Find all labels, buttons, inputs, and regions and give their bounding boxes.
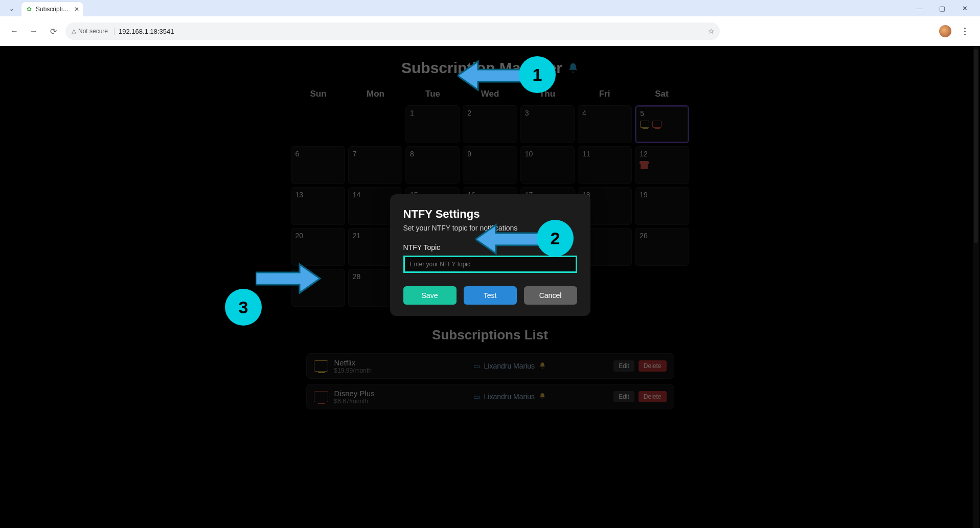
calendar-cell[interactable]: 19 [635,187,689,225]
calendar-cell [291,105,345,143]
window-minimize-icon[interactable]: — [914,5,926,12]
tab-title: Subscripti… [36,6,69,13]
calendar-date: 21 [353,232,361,240]
calendar-date: 1 [410,109,414,117]
calendar-date: 5 [640,109,644,118]
calendar-cell[interactable]: 7 [348,146,402,184]
tab-strip: ⌄ ✿ Subscripti… ✕ — ▢ ✕ [0,0,980,16]
security-chip[interactable]: △ Not secure [72,28,115,35]
card-icon: ▭ [473,393,480,401]
test-button[interactable]: Test [464,286,517,305]
calendar-cell[interactable]: 11 [578,146,632,184]
calendar-cell[interactable]: 8 [405,146,460,184]
calendar-cell[interactable]: 9 [463,146,517,184]
url-text: 192.168.1.18:3541 [119,28,174,35]
nav-back-icon[interactable]: ← [7,24,21,38]
calendar-date: 13 [295,191,304,199]
tab-favicon: ✿ [26,6,33,13]
subscription-owner: ▭Lixandru Marius [473,362,546,371]
subscription-info: Netflix$19.99/month [334,358,372,374]
subscriptions-heading: Subscriptions List [0,327,980,343]
cal-head-fri: Fri [577,87,632,101]
subscription-actions: EditDelete [613,360,666,372]
subscription-price: $6.67/month [334,398,375,405]
owner-name: Lixandru Marius [484,393,535,401]
tab-search-chevron[interactable]: ⌄ [6,3,17,14]
window-maximize-icon[interactable]: ▢ [936,5,948,12]
cancel-button[interactable]: Cancel [524,286,577,305]
annotation-badge-1: 1 [519,56,556,93]
calendar-cell[interactable]: 10 [520,146,575,184]
subscription-name: Netflix [334,358,372,367]
calendar-date: 28 [353,272,361,281]
notification-bell-icon[interactable] [567,62,579,74]
calendar-cell[interactable]: 5 [635,105,689,143]
page-root: Subscription Manager Sun Mon Tue Wed Thu… [0,46,980,528]
subscription-owner: ▭Lixandru Marius [473,393,546,401]
subscriptions-section: Subscriptions List Netflix$19.99/month▭L… [0,327,980,409]
annotation-arrow-2 [475,219,547,260]
calendar-date: 11 [582,150,590,158]
calendar-cell[interactable]: 26 [635,228,689,266]
svg-marker-0 [458,61,527,90]
calendar-cell[interactable]: 6 [291,146,345,184]
calendar-date: 10 [525,150,533,158]
edit-button[interactable]: Edit [613,391,634,402]
delete-button[interactable]: Delete [639,360,667,372]
window-close-icon[interactable]: ✕ [959,5,971,12]
scrollbar-thumb[interactable] [974,49,978,243]
tv-icon [640,121,649,128]
annotation-arrow-3 [256,258,322,299]
annotation-badge-2: 2 [537,220,574,257]
cal-head-sat: Sat [634,87,690,101]
save-button[interactable]: Save [403,286,457,305]
address-bar[interactable]: △ Not secure 192.168.1.18:3541 ☆ [65,22,720,40]
calendar-cell-icons [640,121,662,128]
svg-marker-1 [475,225,545,254]
calendar-date: 9 [467,150,471,158]
profile-avatar[interactable] [939,25,951,37]
edit-button[interactable]: Edit [613,360,634,372]
calendar-cell[interactable]: 4 [578,105,632,143]
browser-chrome: ⌄ ✿ Subscripti… ✕ — ▢ ✕ ← → ⟳ △ Not secu… [0,0,980,46]
browser-tab[interactable]: ✿ Subscripti… ✕ [21,2,83,16]
nav-forward-icon[interactable]: → [27,24,41,38]
calendar-cell[interactable]: 2 [463,105,517,143]
calendar-date: 26 [640,232,648,240]
calendar-date: 8 [410,150,414,158]
calendar-cell[interactable]: 3 [520,105,575,143]
bookmark-star-icon[interactable]: ☆ [708,27,715,35]
calendar-cell [635,269,689,307]
calendar-date: 12 [640,150,648,158]
subscription-row: Netflix$19.99/month▭Lixandru MariusEditD… [306,353,674,379]
subscription-actions: EditDelete [613,391,666,402]
store-icon [640,161,649,169]
bell-icon [539,362,546,371]
browser-menu-icon[interactable] [960,26,970,36]
window-controls: — ▢ ✕ [914,0,976,16]
cal-head-mon: Mon [348,87,403,101]
address-row: ← → ⟳ △ Not secure 192.168.1.18:3541 ☆ [0,16,980,46]
bell-icon [539,393,546,401]
nav-reload-icon[interactable]: ⟳ [46,24,60,38]
security-label: Not secure [78,28,108,35]
calendar-cell[interactable]: 12 [635,146,689,184]
delete-button[interactable]: Delete [639,391,667,402]
tab-close-icon[interactable]: ✕ [74,6,79,13]
calendar-date: 6 [295,150,300,158]
calendar-date: 7 [353,150,357,158]
subscription-name: Disney Plus [334,389,375,398]
subscription-icon [314,391,328,402]
calendar-cell[interactable]: 13 [291,187,345,225]
calendar-cell [348,105,402,143]
calendar-date: 20 [295,232,304,240]
calendar-cell[interactable]: 1 [405,105,460,143]
tv-icon [652,121,662,128]
page-scrollbar[interactable] [973,46,979,528]
cal-head-sun: Sun [291,87,346,101]
svg-marker-2 [256,264,320,293]
annotation-arrow-1 [458,55,529,96]
subscription-info: Disney Plus$6.67/month [334,389,375,405]
owner-name: Lixandru Marius [484,362,535,370]
warning-icon: △ [72,28,76,35]
